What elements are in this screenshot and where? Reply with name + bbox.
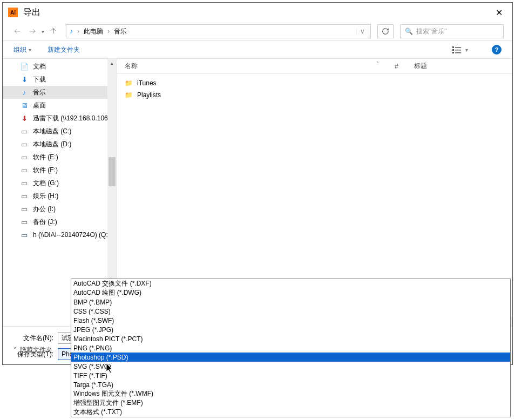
hide-folders-button[interactable]: ˄ 隐藏文件夹 xyxy=(13,346,52,355)
tree-item-label: 备份 (J:) xyxy=(33,218,57,227)
filetype-option[interactable]: 增强型图元文件 (*.EMF) xyxy=(71,398,510,408)
col-name[interactable]: 名称 xyxy=(125,62,395,71)
filetype-dropdown: AutoCAD 交换文件 (*.DXF)AutoCAD 绘图 (*.DWG)BM… xyxy=(71,279,511,417)
search-box[interactable]: 🔍 xyxy=(400,24,504,38)
tree-item[interactable]: ⬇迅雷下载 (\\192.168.0.106) xyxy=(3,112,117,125)
music-icon: ♪ xyxy=(20,89,29,97)
drive-icon: ▭ xyxy=(20,140,29,148)
filetype-option[interactable]: TIFF (*.TIF) xyxy=(71,371,510,380)
drive-icon: ▭ xyxy=(20,127,29,136)
tree-item[interactable]: ▭娱乐 (H:) xyxy=(3,189,117,202)
tree-item-label: 软件 (F:) xyxy=(33,166,58,175)
chevron-up-icon: ˄ xyxy=(13,347,17,354)
up-button[interactable]: 🡡 xyxy=(48,25,59,37)
filetype-option[interactable]: Macintosh PICT (*.PCT) xyxy=(71,334,510,343)
toolbar: 组织▾ 新建文件夹 ▾ ? xyxy=(3,40,512,59)
svg-rect-5 xyxy=(455,52,461,53)
tree-item-label: 娱乐 (H:) xyxy=(33,192,58,201)
tree-item[interactable]: 📄文档 xyxy=(3,60,117,73)
drive-icon: ▭ xyxy=(20,153,29,161)
forward-button[interactable]: 🡢 xyxy=(26,25,38,37)
col-number[interactable]: # xyxy=(395,63,414,70)
tree-item[interactable]: ⬇下载 xyxy=(3,73,117,86)
organize-button[interactable]: 组织▾ xyxy=(13,45,31,55)
tree-item-label: 本地磁盘 (C:) xyxy=(33,127,71,136)
filetype-option[interactable]: CSS (*.CSS) xyxy=(71,307,510,316)
hide-folders-label: 隐藏文件夹 xyxy=(20,346,52,355)
tree-item[interactable]: ▭h (\\DIAI--20140724O) (Q:) xyxy=(3,228,117,241)
svg-rect-3 xyxy=(455,47,461,48)
tree-item-label: h (\\DIAI--20140724O) (Q:) xyxy=(33,231,110,239)
nav-bar: 🡠 🡢 ▾ 🡡 ♪ › 此电脑 › 音乐 ∨ 🔍 xyxy=(3,22,512,40)
filetype-option[interactable]: Windows 图元文件 (*.WMF) xyxy=(71,389,510,398)
filetype-option[interactable]: AutoCAD 交换文件 (*.DXF) xyxy=(71,279,510,288)
tree-item[interactable]: ▭办公 (I:) xyxy=(3,202,117,215)
drive-icon: ▭ xyxy=(20,218,29,226)
folder-icon: 📁 xyxy=(125,79,133,87)
col-title[interactable]: 标题 xyxy=(414,62,512,71)
scroll-up-icon[interactable]: ▴ xyxy=(107,59,117,67)
tree-item-label: 办公 (I:) xyxy=(33,205,56,214)
svg-rect-2 xyxy=(452,52,454,53)
close-button[interactable]: ✕ xyxy=(491,4,507,21)
app-logo-icon: Ai xyxy=(8,8,18,17)
file-name: iTunes xyxy=(137,79,157,87)
filetype-option[interactable]: 文本格式 (*.TXT) xyxy=(71,408,510,417)
file-row[interactable]: 📁iTunes xyxy=(125,77,505,89)
svg-rect-0 xyxy=(452,46,454,48)
view-mode-button[interactable]: ▾ xyxy=(452,46,468,53)
path-bar[interactable]: ♪ › 此电脑 › 音乐 ∨ xyxy=(66,24,371,38)
xl-icon: ⬇ xyxy=(20,114,29,123)
net-icon: ▭ xyxy=(20,231,29,239)
filetype-option[interactable]: AutoCAD 绘图 (*.DWG) xyxy=(71,288,510,297)
chevron-down-icon[interactable]: ∨ xyxy=(356,28,368,35)
tree-item-label: 文档 xyxy=(33,62,46,71)
new-folder-button[interactable]: 新建文件夹 xyxy=(48,45,80,55)
file-list: 📁iTunes📁Playlists xyxy=(117,74,512,104)
filetype-option[interactable]: SVG (*.SVG) xyxy=(71,362,510,371)
help-button[interactable]: ? xyxy=(492,45,502,55)
tree-item-label: 迅雷下载 (\\192.168.0.106) xyxy=(33,114,110,123)
tree-item[interactable]: ▭本地磁盘 (D:) xyxy=(3,138,117,151)
sort-indicator-icon: ˄ xyxy=(376,61,379,67)
tree-item-label: 软件 (E:) xyxy=(33,153,58,162)
filetype-option[interactable]: JPEG (*.JPG) xyxy=(71,325,510,334)
refresh-button[interactable] xyxy=(377,24,394,38)
separator-icon: › xyxy=(106,28,111,35)
tree-item[interactable]: ▭备份 (J:) xyxy=(3,215,117,228)
breadcrumb-root[interactable]: 此电脑 xyxy=(80,27,106,36)
tree-item[interactable]: ▭本地磁盘 (C:) xyxy=(3,125,117,138)
title-bar: Ai 导出 ✕ xyxy=(3,3,512,22)
filename-label: 文件名(N): xyxy=(12,334,58,343)
desk-icon: 🖥 xyxy=(20,101,29,110)
dialog-title: 导出 xyxy=(23,7,491,18)
tree-item[interactable]: ▭文档 (G:) xyxy=(3,177,117,189)
file-row[interactable]: 📁Playlists xyxy=(125,89,505,101)
breadcrumb-folder[interactable]: 音乐 xyxy=(111,27,130,36)
history-dropdown-icon[interactable]: ▾ xyxy=(42,29,44,35)
search-icon: 🔍 xyxy=(405,28,413,35)
filetype-option[interactable]: BMP (*.BMP) xyxy=(71,297,510,307)
back-button[interactable]: 🡠 xyxy=(11,25,23,37)
svg-rect-4 xyxy=(455,50,461,51)
tree-item[interactable]: ▭软件 (F:) xyxy=(3,164,117,177)
filetype-option[interactable]: PNG (*.PNG) xyxy=(71,343,510,353)
tree-item[interactable]: ▭软件 (E:) xyxy=(3,151,117,164)
tree-item[interactable]: 🖥桌面 xyxy=(3,99,117,112)
svg-rect-1 xyxy=(452,49,454,51)
search-input[interactable] xyxy=(416,28,499,35)
filetype-option[interactable]: Flash (*.SWF) xyxy=(71,316,510,325)
separator-icon: › xyxy=(76,28,80,35)
tree-item-label: 本地磁盘 (D:) xyxy=(33,140,71,149)
filetype-option[interactable]: Targa (*.TGA) xyxy=(71,380,510,389)
doc-icon: 📄 xyxy=(20,63,29,71)
filetype-option[interactable]: Photoshop (*.PSD) xyxy=(71,353,510,362)
folder-icon: 📁 xyxy=(125,91,133,99)
tree-item[interactable]: ♪音乐 xyxy=(3,86,117,99)
column-header: 名称 # 标题 ˄ xyxy=(117,59,512,74)
drive-icon: ▭ xyxy=(20,179,29,187)
music-icon: ♪ xyxy=(70,28,73,35)
scroll-thumb[interactable] xyxy=(109,157,116,186)
drive-icon: ▭ xyxy=(20,166,29,174)
drive-icon: ▭ xyxy=(20,192,29,200)
